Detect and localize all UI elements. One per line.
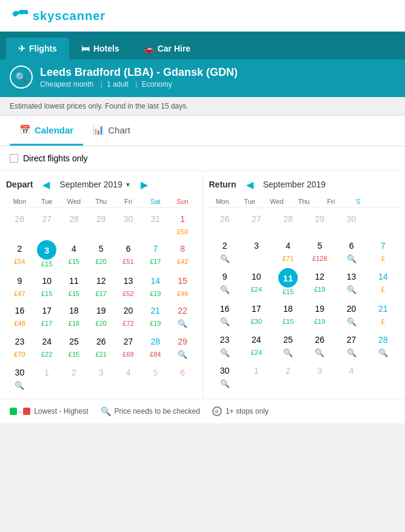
depart-day-3[interactable]: 3 £15 (33, 238, 61, 270)
depart-day-19[interactable]: 19 £20 (87, 300, 115, 331)
depart-day-7[interactable]: 7 £17 (142, 238, 169, 270)
depart-day-26[interactable]: 26 £21 (87, 331, 115, 362)
table-row: 31 (142, 208, 169, 238)
return-prev-btn[interactable]: ◀ (241, 177, 258, 193)
depart-day-24[interactable]: 24 £22 (33, 331, 61, 362)
table-row: 4 (336, 360, 367, 391)
search-info: Leeds Bradford (LBA) - Gdansk (GDN) Chea… (40, 66, 238, 89)
return-day-20[interactable]: 20 🔍 (336, 298, 367, 329)
depart-day-14[interactable]: 14 £19 (142, 270, 169, 300)
depart-next-btn[interactable]: ▶ (136, 177, 153, 193)
depart-day-13[interactable]: 13 £52 (115, 270, 142, 300)
depart-day-6[interactable]: 6 £51 (115, 238, 142, 270)
depart-day-2[interactable]: 2 £54 (6, 238, 33, 270)
return-day-19[interactable]: 19 £19 (304, 298, 335, 329)
depart-day-9[interactable]: 9 £47 (6, 270, 33, 300)
day-fri: Fri (115, 195, 142, 207)
depart-day-1[interactable]: 1 £50 (169, 208, 196, 238)
table-row: 28 (272, 208, 304, 235)
return-day-26[interactable]: 26 🔍 (304, 329, 335, 360)
table-row: 29 (304, 208, 335, 235)
depart-calendar: Depart ◀ September 2019 ▼ ▶ Mon Tue Wed … (0, 171, 202, 399)
depart-header: Depart ◀ September 2019 ▼ ▶ (6, 171, 196, 195)
return-day-7[interactable]: 7 £ (367, 235, 399, 266)
table-row (367, 360, 399, 391)
depart-day-4[interactable]: 4 £15 (61, 238, 88, 270)
day-thu: Thu (87, 195, 115, 207)
return-day-5[interactable]: 5 £128 (304, 235, 335, 266)
depart-day-23[interactable]: 23 £70 (6, 331, 33, 362)
return-day-30[interactable]: 30 🔍 (209, 360, 241, 391)
depart-day-25[interactable]: 25 £15 (61, 331, 88, 362)
day-mon: Mon (6, 195, 33, 207)
return-day-6[interactable]: 6 🔍 (336, 235, 367, 266)
depart-day-16[interactable]: 16 £48 (6, 300, 33, 331)
return-day-25[interactable]: 25 🔍 (272, 329, 304, 360)
depart-day-10[interactable]: 10 £15 (33, 270, 61, 300)
table-row: 26 (6, 208, 33, 238)
return-day-23[interactable]: 23 🔍 (209, 329, 241, 360)
r-day-thu: Thu (290, 195, 318, 207)
depart-day-21[interactable]: 21 £19 (142, 300, 169, 331)
return-day-3[interactable]: 3 (241, 235, 272, 266)
tab-carhire[interactable]: 🚗 Car Hire (132, 38, 202, 59)
return-day-4[interactable]: 4 £71 (272, 235, 304, 266)
table-row: 3 (304, 360, 335, 391)
search-mag-icon[interactable]: 🔍 (178, 319, 187, 328)
return-month-dropdown[interactable]: September 2019 (263, 180, 326, 189)
direct-flights-checkbox[interactable] (10, 154, 18, 163)
r-day-tue: Tue (236, 195, 263, 207)
depart-grid: 26 27 28 29 30 31 1 £50 2 £54 (6, 208, 196, 392)
table-row: 5 (142, 362, 169, 392)
return-day-2[interactable]: 2 🔍 (209, 235, 241, 266)
return-day-28[interactable]: 28 🔍 (367, 329, 399, 360)
depart-day-27[interactable]: 27 £69 (115, 331, 142, 362)
depart-day-18[interactable]: 18 £18 (61, 300, 88, 331)
tab-hotels[interactable]: 🛏 Hotels (69, 38, 132, 59)
return-day-16[interactable]: 16 🔍 (209, 298, 241, 329)
return-day-13[interactable]: 13 🔍 (336, 266, 367, 298)
depart-day-11[interactable]: 11 £15 (61, 270, 88, 300)
flights-icon: ✈ (18, 44, 25, 53)
search-circle-icon[interactable]: 🔍 (10, 66, 33, 89)
return-day-27[interactable]: 27 🔍 (336, 329, 367, 360)
table-row: 30 (336, 208, 367, 235)
tab-flights[interactable]: ✈ Flights (6, 38, 69, 59)
return-day-12[interactable]: 12 £19 (304, 266, 335, 298)
depart-day-17[interactable]: 17 £17 (33, 300, 61, 331)
depart-month-dropdown[interactable]: September 2019 ▼ (59, 180, 130, 189)
depart-day-20[interactable]: 20 £72 (115, 300, 142, 331)
depart-day-22[interactable]: 22 🔍 (169, 300, 196, 331)
return-day-18[interactable]: 18 £15 (272, 298, 304, 329)
search-mag-icon[interactable]: 🔍 (15, 381, 24, 390)
r-day-wed: Wed (263, 195, 290, 207)
depart-prev-btn[interactable]: ◀ (38, 177, 55, 193)
depart-day-15[interactable]: 15 £46 (169, 270, 196, 300)
depart-day-5[interactable]: 5 £20 (87, 238, 115, 270)
depart-label: Depart (6, 176, 33, 193)
legend-lowest-highest: – Lowest - Highest (10, 407, 89, 416)
return-day-10[interactable]: 10 £24 (241, 266, 272, 298)
depart-day-29[interactable]: 29 🔍 (169, 331, 196, 362)
tab-carhire-label: Car Hire (158, 44, 190, 53)
search-route[interactable]: Leeds Bradford (LBA) - Gdansk (GDN) (40, 66, 238, 79)
return-label: Return (209, 176, 236, 193)
search-mag-icon[interactable]: 🔍 (178, 350, 187, 359)
depart-day-8[interactable]: 8 £42 (169, 238, 196, 270)
depart-day-30[interactable]: 30 🔍 (6, 362, 33, 392)
depart-day-28[interactable]: 28 £84 (142, 331, 169, 362)
depart-day-12[interactable]: 12 £17 (87, 270, 115, 300)
return-day-21[interactable]: 21 £ (367, 298, 399, 329)
return-day-14[interactable]: 14 £ (367, 266, 399, 298)
tab-chart[interactable]: 📊 Chart (83, 116, 140, 146)
tab-calendar[interactable]: 📅 Calendar (10, 116, 83, 146)
return-day-9[interactable]: 9 🔍 (209, 266, 241, 298)
table-row: 2 (61, 362, 88, 392)
tab-flights-label: Flights (29, 44, 57, 53)
return-day-17[interactable]: 17 £30 (241, 298, 272, 329)
return-day-11[interactable]: 11 £15 (272, 266, 304, 298)
search-sub: Cheapest month | 1 adult | Economy (40, 80, 238, 89)
table-row: 27 (33, 208, 61, 238)
return-day-24[interactable]: 24 £24 (241, 329, 272, 360)
table-row: 3 (87, 362, 115, 392)
